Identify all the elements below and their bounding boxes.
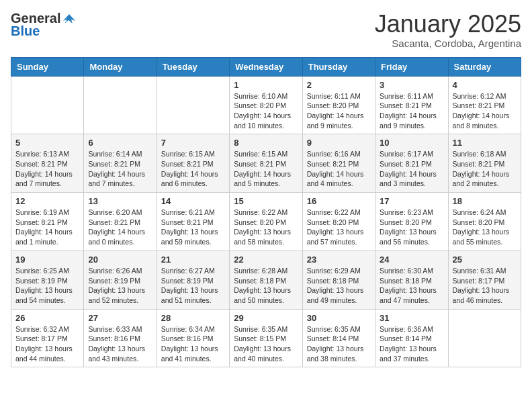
day-number: 10 <box>380 138 443 148</box>
day-number: 6 <box>88 138 152 148</box>
day-number: 8 <box>234 138 298 148</box>
day-info: Sunrise: 6:16 AMSunset: 8:21 PMDaylight:… <box>307 149 371 189</box>
calendar-week-row: 1Sunrise: 6:10 AMSunset: 8:20 PMDaylight… <box>11 76 521 134</box>
day-number: 3 <box>380 80 443 90</box>
day-info: Sunrise: 6:32 AMSunset: 8:17 PMDaylight:… <box>15 324 79 364</box>
calendar-cell: 28Sunrise: 6:34 AMSunset: 8:16 PMDayligh… <box>157 309 229 367</box>
day-number: 18 <box>453 196 517 206</box>
day-info: Sunrise: 6:11 AMSunset: 8:20 PMDaylight:… <box>307 91 371 131</box>
day-info: Sunrise: 6:12 AMSunset: 8:21 PMDaylight:… <box>453 91 517 131</box>
day-number: 23 <box>307 255 371 265</box>
day-number: 13 <box>88 196 152 206</box>
calendar-week-row: 19Sunrise: 6:25 AMSunset: 8:19 PMDayligh… <box>11 250 521 309</box>
calendar-cell: 16Sunrise: 6:22 AMSunset: 8:20 PMDayligh… <box>302 193 375 251</box>
day-number: 1 <box>234 80 298 90</box>
day-number: 9 <box>307 138 371 148</box>
calendar-cell: 5Sunrise: 6:13 AMSunset: 8:21 PMDaylight… <box>11 134 84 193</box>
calendar-cell: 13Sunrise: 6:20 AMSunset: 8:21 PMDayligh… <box>84 193 157 251</box>
calendar-cell: 30Sunrise: 6:35 AMSunset: 8:14 PMDayligh… <box>302 309 375 367</box>
day-number: 12 <box>15 196 79 206</box>
day-of-week-header: Friday <box>375 57 448 76</box>
day-number: 2 <box>307 80 371 90</box>
day-info: Sunrise: 6:26 AMSunset: 8:19 PMDaylight:… <box>88 266 152 306</box>
day-info: Sunrise: 6:30 AMSunset: 8:18 PMDaylight:… <box>380 266 443 306</box>
day-of-week-header: Monday <box>84 57 157 76</box>
calendar-cell: 22Sunrise: 6:28 AMSunset: 8:18 PMDayligh… <box>230 250 302 309</box>
day-number: 28 <box>161 313 225 323</box>
calendar-cell: 18Sunrise: 6:24 AMSunset: 8:20 PMDayligh… <box>448 193 521 251</box>
calendar-cell: 14Sunrise: 6:21 AMSunset: 8:21 PMDayligh… <box>157 193 229 251</box>
calendar-cell: 17Sunrise: 6:23 AMSunset: 8:20 PMDayligh… <box>375 193 448 251</box>
day-number: 11 <box>453 138 517 148</box>
page-header: General Blue January 2025 Sacanta, Cordo… <box>11 11 521 49</box>
day-of-week-header: Tuesday <box>157 57 229 76</box>
calendar-cell: 1Sunrise: 6:10 AMSunset: 8:20 PMDaylight… <box>230 76 302 134</box>
day-info: Sunrise: 6:35 AMSunset: 8:15 PMDaylight:… <box>234 324 298 364</box>
day-info: Sunrise: 6:25 AMSunset: 8:19 PMDaylight:… <box>15 266 79 306</box>
calendar-cell: 4Sunrise: 6:12 AMSunset: 8:21 PMDaylight… <box>448 76 521 134</box>
day-info: Sunrise: 6:34 AMSunset: 8:16 PMDaylight:… <box>161 324 225 364</box>
day-number: 19 <box>15 255 79 265</box>
calendar-cell: 2Sunrise: 6:11 AMSunset: 8:20 PMDaylight… <box>302 76 375 134</box>
day-number: 21 <box>161 255 225 265</box>
calendar-cell: 23Sunrise: 6:29 AMSunset: 8:18 PMDayligh… <box>302 250 375 309</box>
logo-blue-text: Blue <box>11 24 40 39</box>
day-number: 24 <box>380 255 443 265</box>
day-number: 20 <box>88 255 152 265</box>
day-number: 27 <box>88 313 152 323</box>
day-info: Sunrise: 6:13 AMSunset: 8:21 PMDaylight:… <box>15 149 79 189</box>
day-number: 15 <box>234 196 298 206</box>
day-of-week-header: Saturday <box>448 57 521 76</box>
day-number: 17 <box>380 196 443 206</box>
day-info: Sunrise: 6:27 AMSunset: 8:19 PMDaylight:… <box>161 266 225 306</box>
calendar-cell: 26Sunrise: 6:32 AMSunset: 8:17 PMDayligh… <box>11 309 84 367</box>
day-info: Sunrise: 6:23 AMSunset: 8:20 PMDaylight:… <box>380 208 443 247</box>
calendar-cell: 21Sunrise: 6:27 AMSunset: 8:19 PMDayligh… <box>157 250 229 309</box>
day-number: 5 <box>15 138 79 148</box>
day-info: Sunrise: 6:15 AMSunset: 8:21 PMDaylight:… <box>161 149 225 189</box>
day-number: 31 <box>380 313 443 323</box>
calendar-cell: 12Sunrise: 6:19 AMSunset: 8:21 PMDayligh… <box>11 193 84 251</box>
day-info: Sunrise: 6:29 AMSunset: 8:18 PMDaylight:… <box>307 266 371 306</box>
day-info: Sunrise: 6:19 AMSunset: 8:21 PMDaylight:… <box>15 208 79 247</box>
calendar-cell: 11Sunrise: 6:18 AMSunset: 8:21 PMDayligh… <box>448 134 521 193</box>
calendar-cell: 9Sunrise: 6:16 AMSunset: 8:21 PMDaylight… <box>302 134 375 193</box>
day-number: 4 <box>453 80 517 90</box>
day-info: Sunrise: 6:11 AMSunset: 8:21 PMDaylight:… <box>380 91 443 131</box>
calendar-week-row: 5Sunrise: 6:13 AMSunset: 8:21 PMDaylight… <box>11 134 521 193</box>
day-number: 22 <box>234 255 298 265</box>
calendar-cell: 8Sunrise: 6:15 AMSunset: 8:21 PMDaylight… <box>230 134 302 193</box>
day-number: 14 <box>161 196 225 206</box>
day-info: Sunrise: 6:14 AMSunset: 8:21 PMDaylight:… <box>88 149 152 189</box>
calendar-cell: 15Sunrise: 6:22 AMSunset: 8:20 PMDayligh… <box>230 193 302 251</box>
day-info: Sunrise: 6:10 AMSunset: 8:20 PMDaylight:… <box>234 91 298 131</box>
day-info: Sunrise: 6:22 AMSunset: 8:20 PMDaylight:… <box>234 208 298 247</box>
day-number: 26 <box>15 313 79 323</box>
calendar-cell: 6Sunrise: 6:14 AMSunset: 8:21 PMDaylight… <box>84 134 157 193</box>
day-info: Sunrise: 6:33 AMSunset: 8:16 PMDaylight:… <box>88 324 152 364</box>
calendar-cell: 19Sunrise: 6:25 AMSunset: 8:19 PMDayligh… <box>11 250 84 309</box>
day-info: Sunrise: 6:28 AMSunset: 8:18 PMDaylight:… <box>234 266 298 306</box>
day-info: Sunrise: 6:18 AMSunset: 8:21 PMDaylight:… <box>453 149 517 189</box>
day-number: 7 <box>161 138 225 148</box>
calendar-cell: 29Sunrise: 6:35 AMSunset: 8:15 PMDayligh… <box>230 309 302 367</box>
calendar-week-row: 12Sunrise: 6:19 AMSunset: 8:21 PMDayligh… <box>11 193 521 251</box>
day-info: Sunrise: 6:24 AMSunset: 8:20 PMDaylight:… <box>453 208 517 247</box>
day-of-week-header: Wednesday <box>230 57 302 76</box>
day-number: 30 <box>307 313 371 323</box>
calendar-cell: 27Sunrise: 6:33 AMSunset: 8:16 PMDayligh… <box>84 309 157 367</box>
calendar-cell: 20Sunrise: 6:26 AMSunset: 8:19 PMDayligh… <box>84 250 157 309</box>
calendar-cell: 10Sunrise: 6:17 AMSunset: 8:21 PMDayligh… <box>375 134 448 193</box>
calendar-cell <box>84 76 157 134</box>
day-info: Sunrise: 6:15 AMSunset: 8:21 PMDaylight:… <box>234 149 298 189</box>
calendar-cell: 3Sunrise: 6:11 AMSunset: 8:21 PMDaylight… <box>375 76 448 134</box>
day-info: Sunrise: 6:22 AMSunset: 8:20 PMDaylight:… <box>307 208 371 247</box>
day-info: Sunrise: 6:31 AMSunset: 8:17 PMDaylight:… <box>453 266 517 306</box>
calendar-cell: 7Sunrise: 6:15 AMSunset: 8:21 PMDaylight… <box>157 134 229 193</box>
day-of-week-header: Thursday <box>302 57 375 76</box>
logo-bird-icon <box>62 11 77 26</box>
title-block: January 2025 Sacanta, Cordoba, Argentina <box>375 11 521 49</box>
location-text: Sacanta, Cordoba, Argentina <box>375 38 521 49</box>
day-number: 25 <box>453 255 517 265</box>
day-number: 29 <box>234 313 298 323</box>
